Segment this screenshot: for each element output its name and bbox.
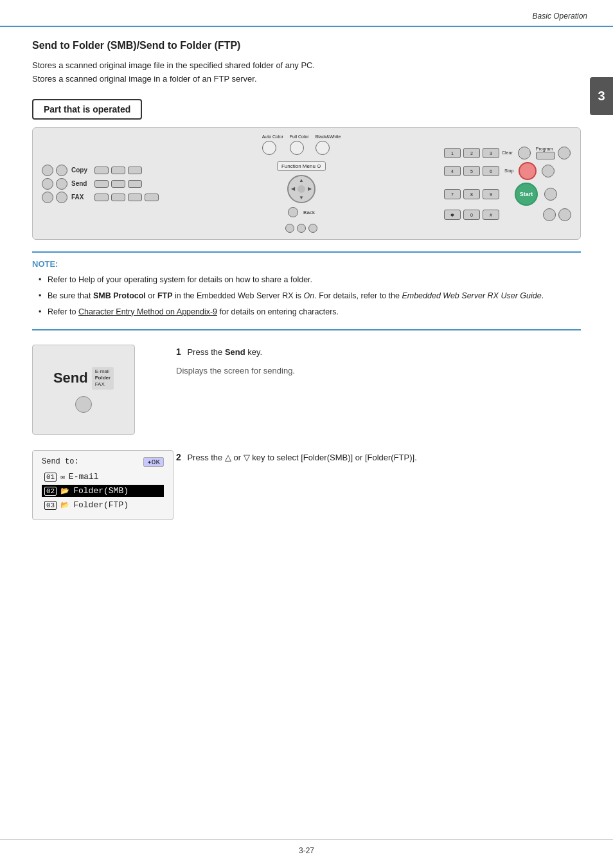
full-color-btn <box>290 141 304 155</box>
key-1: 1 <box>444 148 461 158</box>
numrow-4: ✱ 0 # <box>444 208 571 221</box>
memory-btn <box>297 224 306 233</box>
panel-fax-btn3 <box>128 194 142 201</box>
folder-smb-icon: 📂 <box>60 487 69 495</box>
panel-copy-section: Copy <box>42 165 159 176</box>
panel-left-controls: Copy Send <box>42 165 159 203</box>
stop-btn <box>519 162 537 180</box>
step2-row: Send to: ✦OK 01 ✉ E-mail 02 📂 Folder(SMB… <box>32 450 581 529</box>
key-star: ✱ <box>444 210 461 220</box>
screen-header: Send to: ✦OK <box>42 457 164 467</box>
panel-fax-btn4 <box>145 194 159 201</box>
panel-mid-controls: Auto Color Full Color Black&White Functi… <box>262 134 341 233</box>
note-item-3: Refer to Character Entry Method on Appen… <box>39 306 581 318</box>
key-5: 5 <box>463 166 480 176</box>
bw-btn <box>315 141 330 155</box>
processing-btn <box>285 224 294 233</box>
start-btn: Start <box>515 183 538 206</box>
page-footer: 3-27 <box>0 839 613 855</box>
chapter-tab: 3 <box>590 77 613 115</box>
clear-label: Clear <box>502 150 513 155</box>
step1-sub: Displays the screen for sending. <box>176 365 581 378</box>
send-key-circle-btn <box>75 396 92 413</box>
email-icon: ✉ <box>60 473 65 481</box>
send-bold-label: Send <box>225 347 245 357</box>
screen-display: Send to: ✦OK 01 ✉ E-mail 02 📂 Folder(SMB… <box>32 450 173 520</box>
panel-send-section: Send <box>42 178 159 190</box>
step1-instruction: 1 Press the Send key. Displays the scree… <box>176 345 581 378</box>
logout-btn <box>542 165 555 177</box>
copy-label: Copy <box>71 167 91 174</box>
key-8: 8 <box>463 189 480 199</box>
screen-item-email: 01 ✉ E-mail <box>42 471 164 483</box>
note-item-1: Refer to Help of your operating system f… <box>39 274 581 286</box>
folder-ftp-icon: 📂 <box>60 501 69 509</box>
panel-send-btn3 <box>128 180 142 188</box>
send-key-sublabels: E-mail Folder FAX <box>92 367 114 390</box>
panel-doc-btn2 <box>56 178 67 190</box>
key-4: 4 <box>444 166 461 176</box>
step1-row: Send E-mail Folder FAX 1 Press the Send … <box>32 345 581 435</box>
step2-instruction: 2 Press the △ or ▽ key to select [Folder… <box>176 450 581 465</box>
send-key-box: Send E-mail Folder FAX <box>32 345 135 435</box>
note-section: NOTE: Refer to Help of your operating sy… <box>32 251 581 330</box>
section-desc1: Stores a scanned original image file in … <box>32 60 581 70</box>
note-list: Refer to Help of your operating system f… <box>32 274 581 318</box>
numrow-1: 1 2 3 Clear Program <box>444 147 571 159</box>
section-desc2: Stores a scanned original image in a fol… <box>32 74 581 84</box>
panel-send-btn1 <box>94 180 109 188</box>
panel-job-cancel-btn <box>56 165 67 176</box>
key-7: 7 <box>444 189 461 199</box>
panel-send-btn2 <box>111 180 125 188</box>
clear-btn <box>518 147 531 159</box>
send-label: Send <box>71 180 91 187</box>
step1-image: Send E-mail Folder FAX <box>32 345 161 435</box>
note-title: NOTE: <box>32 259 581 269</box>
screen-ok-btn: ✦OK <box>143 457 164 467</box>
key-hash: # <box>483 210 499 220</box>
screen-item-folder-smb: 02 📂 Folder(SMB) <box>42 485 164 497</box>
key-9: 9 <box>483 189 499 199</box>
key-0: 0 <box>463 210 480 220</box>
panel-back-btn <box>288 207 298 217</box>
page-header: Basic Operation <box>0 0 613 27</box>
section-title: Send to Folder (SMB)/Send to Folder (FTP… <box>32 40 581 51</box>
key-6: 6 <box>483 166 499 176</box>
bottom-right-btn <box>543 208 556 221</box>
start-right-btn <box>544 188 557 201</box>
panel-fax-btn1 <box>94 194 109 201</box>
bottom-right-btn2 <box>558 208 571 221</box>
send-key-text: Send <box>53 370 88 386</box>
panel-fax-btn2 <box>111 194 125 201</box>
step2-image: Send to: ✦OK 01 ✉ E-mail 02 📂 Folder(SMB… <box>32 450 161 529</box>
control-panel-image: Copy Send <box>32 127 581 240</box>
screen-item-folder-ftp: 03 📂 Folder(FTP) <box>42 499 164 511</box>
numrow-3: 7 8 9 Start <box>444 183 571 206</box>
function-menu: Function Menu ⊙ <box>277 161 326 171</box>
panel-scan-btn2 <box>56 192 67 203</box>
key-3: 3 <box>483 148 499 158</box>
top-right-btn <box>558 147 571 159</box>
note-item-2: Be sure that SMB Protocol or FTP in the … <box>39 290 581 302</box>
panel-doc-btn <box>42 178 53 190</box>
key-2: 2 <box>463 148 480 158</box>
panel-copy-btn3 <box>128 167 142 174</box>
auto-color-btn <box>262 141 276 155</box>
header-title: Basic Operation <box>533 12 587 21</box>
panel-copy-btn2 <box>111 167 125 174</box>
page-number: 3-27 <box>299 846 314 855</box>
attention-btn <box>308 224 317 233</box>
panel-fax-section: FAX <box>42 192 159 203</box>
program-btn <box>536 152 555 159</box>
panel-copy-btn1 <box>94 167 109 174</box>
panel-scan-btn <box>42 192 53 203</box>
fax-label: FAX <box>71 194 91 201</box>
part-operated-box: Part that is operated <box>32 99 142 120</box>
panel-status-btn <box>42 165 53 176</box>
numrow-2: 4 5 6 Stop <box>444 162 571 180</box>
appendix-link[interactable]: Character Entry Method on Appendix-9 <box>78 307 217 316</box>
nav-circle: ▲ ◀▶ ▼ <box>287 175 315 203</box>
panel-right-controls: 1 2 3 Clear Program 4 5 6 Stop 7 <box>444 147 571 221</box>
